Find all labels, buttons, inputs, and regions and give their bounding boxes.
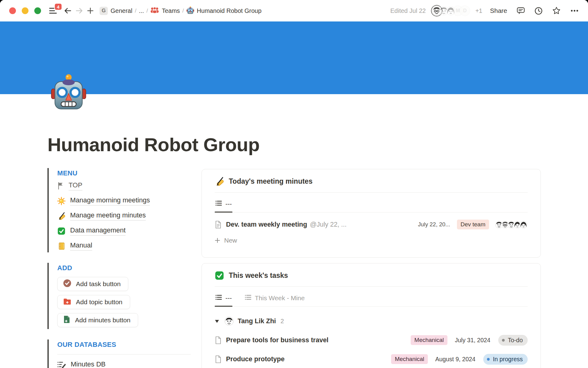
add-minutes-button[interactable]: Add minutes button: [57, 313, 138, 327]
breadcrumb-separator: /: [182, 7, 184, 14]
presence-avatars[interactable]: M D: [432, 6, 470, 16]
green-check-icon: [215, 271, 224, 280]
menu-section: MENU TOP Manage morning meetings Manage …: [47, 168, 194, 252]
menu-link-manage-meeting-minutes[interactable]: Manage meeting minutes: [57, 211, 146, 220]
new-tab-icon[interactable]: [85, 6, 96, 16]
green-check-icon: [57, 227, 66, 235]
divider: [215, 286, 528, 287]
avatar: [519, 220, 528, 229]
due-date: July 31, 2024: [455, 337, 490, 344]
active-tab-indicator: [215, 212, 232, 213]
menu-column: MENU TOP Manage morning meetings Manage …: [47, 168, 194, 368]
databases-heading: OUR DATABASES: [57, 341, 194, 349]
more-options-icon[interactable]: [568, 7, 581, 14]
breadcrumb-teams-label: Teams: [162, 7, 180, 14]
attendee-avatars: [497, 220, 528, 229]
group-header-row: Tang Lik Zhi 2: [215, 314, 528, 328]
teams-icon: [150, 7, 159, 15]
add-topic-button[interactable]: Add topic button: [57, 295, 130, 309]
breadcrumb-separator: /: [135, 7, 136, 14]
comments-icon[interactable]: [515, 5, 527, 17]
breadcrumb-teams[interactable]: Teams: [148, 6, 182, 16]
share-button[interactable]: Share: [488, 7, 509, 15]
plus-icon: [215, 238, 220, 243]
task-row[interactable]: Prepare tools for business travel Mechan…: [215, 333, 528, 347]
new-meeting-button[interactable]: New: [215, 235, 237, 246]
add-heading: ADD: [57, 264, 194, 272]
database-link-minutes-db[interactable]: Minutes DB: [57, 360, 106, 368]
status-badge: To-do: [498, 335, 528, 346]
view-tabs: ---: [215, 197, 528, 213]
menu-link-data-management[interactable]: Data management: [57, 226, 126, 236]
list-view-icon: [215, 200, 222, 208]
ledger-icon: [57, 242, 66, 250]
group-count: 2: [281, 318, 284, 325]
robot-icon: [187, 6, 194, 16]
page-icon: [215, 220, 222, 229]
divider: [215, 192, 528, 193]
page-icon-robot[interactable]: [50, 73, 87, 110]
favorite-star-icon[interactable]: [550, 5, 563, 17]
avatar[interactable]: D: [460, 6, 470, 16]
page-cover[interactable]: [0, 21, 588, 94]
flag-icon: [57, 182, 64, 190]
view-tab-default[interactable]: ---: [215, 197, 232, 212]
task-row[interactable]: Produce prototype Mechanical August 9, 2…: [215, 352, 528, 366]
add-task-button[interactable]: Add task button: [57, 277, 128, 291]
back-icon[interactable]: [62, 6, 74, 16]
presence-overflow[interactable]: +1: [475, 7, 482, 14]
menu-link-top[interactable]: TOP: [57, 181, 82, 190]
add-section: ADD Add task button Add topic button Add…: [47, 263, 194, 329]
weekly-tasks-card: This week's tasks --- This Week - Mine T…: [202, 263, 541, 368]
meeting-row[interactable]: Dev. team weekly meeting @July 22, ... J…: [215, 217, 528, 232]
task-check-icon: [63, 279, 71, 289]
page-plus-icon: [63, 315, 70, 325]
writing-hand-icon: [57, 212, 66, 220]
breadcrumb-page-label: Humanoid Robot Group: [197, 7, 262, 14]
minimize-window-button[interactable]: [22, 7, 28, 14]
view-tab-this-week-mine[interactable]: This Week - Mine: [244, 292, 305, 306]
status-dot: [502, 339, 505, 342]
card-title: Today's meeting minutes: [229, 177, 312, 186]
window-controls: [9, 7, 41, 14]
category-tag: Mechanical: [411, 335, 447, 345]
divider: [57, 354, 191, 355]
database-pencil-icon: [57, 361, 66, 368]
breadcrumb-workspace[interactable]: G General: [97, 6, 134, 16]
page-title: Humanoid Robot Group: [47, 134, 260, 155]
topbar: 4 G General / ... / Teams / Hu: [0, 0, 588, 21]
assignee-avatar: [224, 316, 234, 326]
notion-window: 4 G General / ... / Teams / Hu: [0, 0, 588, 368]
active-tab-indicator: [215, 306, 232, 307]
workspace-icon: G: [100, 7, 108, 15]
meeting-minutes-card: Today's meeting minutes --- Dev. team we…: [202, 169, 541, 258]
content-column: Today's meeting minutes --- Dev. team we…: [202, 169, 541, 368]
edited-label: Edited Jul 22: [390, 7, 426, 14]
sun-icon: [57, 197, 66, 205]
status-badge: In progress: [483, 354, 528, 365]
fullscreen-window-button[interactable]: [34, 7, 41, 14]
meeting-date: July 22, 20...: [418, 221, 450, 228]
date-mention: @July 22, ...: [310, 221, 347, 228]
folder-plus-icon: [63, 298, 71, 307]
breadcrumb-page[interactable]: Humanoid Robot Group: [184, 5, 264, 17]
page-icon: [215, 355, 222, 363]
sidebar-toggle-icon[interactable]: 4: [47, 6, 59, 16]
breadcrumb-ellipsis[interactable]: ...: [137, 6, 146, 16]
collapse-triangle-icon[interactable]: [215, 319, 219, 323]
list-view-icon: [215, 294, 222, 302]
due-date: August 9, 2024: [435, 356, 475, 363]
forward-icon[interactable]: [74, 6, 85, 16]
menu-heading: MENU: [57, 169, 194, 177]
topbar-actions: Edited Jul 22 M D +1 Share: [390, 5, 581, 17]
view-tabs: --- This Week - Mine: [215, 292, 528, 307]
card-header: This week's tasks: [215, 271, 528, 280]
breadcrumb-workspace-label: General: [111, 7, 132, 14]
view-tab-default[interactable]: ---: [215, 292, 232, 306]
close-window-button[interactable]: [9, 7, 16, 14]
history-icon[interactable]: [533, 5, 545, 17]
menu-link-manual[interactable]: Manual: [57, 241, 92, 251]
databases-section: OUR DATABASES Minutes DB: [47, 339, 194, 368]
menu-link-manage-morning-meetings[interactable]: Manage morning meetings: [57, 196, 150, 205]
list-view-icon: [245, 294, 251, 302]
